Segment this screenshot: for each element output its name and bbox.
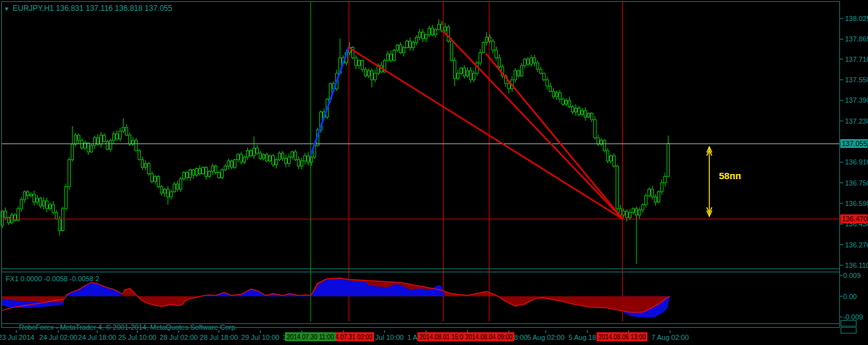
candle <box>106 140 109 150</box>
candle <box>186 171 189 180</box>
candle <box>396 44 399 52</box>
price-label-text: 137.055 <box>842 140 867 147</box>
time-marker-label: 2014.08.01 15:00 <box>419 333 467 341</box>
time-marker-label: 2014.07.30 11:00 <box>287 333 334 341</box>
candle <box>30 192 33 198</box>
trend-line[interactable] <box>486 54 623 219</box>
candle <box>100 132 103 147</box>
candle <box>138 149 141 161</box>
candle <box>581 108 584 116</box>
candle <box>221 168 224 179</box>
pips-annotation-label: 58пп <box>719 170 741 181</box>
price-tick-label: 137.710 <box>845 55 868 63</box>
axis-corner-box <box>841 328 857 334</box>
candle <box>27 190 29 200</box>
candle <box>467 68 469 78</box>
candle <box>132 136 134 146</box>
candle <box>282 151 284 161</box>
candle <box>365 67 367 77</box>
candle <box>568 96 571 108</box>
candle <box>626 209 628 221</box>
candle <box>126 124 128 136</box>
candle <box>645 193 647 208</box>
candle <box>470 67 472 83</box>
candle <box>498 54 501 69</box>
candle <box>269 155 271 163</box>
candle <box>667 136 670 177</box>
candle <box>154 175 157 185</box>
trend-line[interactable] <box>349 48 623 219</box>
candle <box>234 159 236 169</box>
candle <box>562 98 565 106</box>
candle <box>78 134 80 143</box>
candle <box>250 149 252 157</box>
candle <box>240 152 243 165</box>
candle <box>556 91 558 100</box>
chart-title-ohlc: EURJPY,H1 136.831 137.116 136.818 137.05… <box>13 4 173 13</box>
candle <box>40 197 42 209</box>
price-tick-label: 137.865 <box>845 35 868 43</box>
chart-canvas[interactable]: 138.025137.865137.710137.550137.390137.2… <box>0 0 868 345</box>
candle <box>164 188 166 197</box>
candle <box>495 47 498 61</box>
candle <box>597 135 600 146</box>
candle <box>658 190 660 203</box>
indicator-tick-label: 0.00 <box>843 293 857 300</box>
candle <box>655 195 657 206</box>
candle <box>170 189 173 200</box>
candle <box>205 166 208 180</box>
candle <box>103 133 106 142</box>
candle <box>588 112 590 118</box>
candle <box>664 173 667 187</box>
candle <box>578 106 581 117</box>
candle <box>613 153 616 168</box>
candle <box>463 65 466 78</box>
axis-corner-box <box>841 321 857 327</box>
candle <box>642 203 644 213</box>
indicator-panel[interactable] <box>2 278 670 317</box>
time-tick-label: 5 Aug 02:00 <box>527 334 565 341</box>
candle <box>8 217 10 225</box>
chart-objects-layer[interactable] <box>2 2 839 321</box>
candle <box>409 38 412 51</box>
candle <box>304 152 307 165</box>
candle <box>65 184 68 211</box>
candle <box>371 68 373 87</box>
candle <box>259 151 262 160</box>
candle <box>272 154 275 166</box>
candle <box>352 46 354 59</box>
candle <box>49 203 52 211</box>
time-tick-label: 29 Jul 10:00 <box>242 334 280 341</box>
time-tick-label: 24 Jul 02:00 <box>40 334 78 341</box>
candle <box>428 26 431 37</box>
candle <box>425 34 428 42</box>
candle <box>393 49 396 61</box>
candle <box>52 201 55 214</box>
candle <box>600 138 603 146</box>
time-tick-label: 24 Jul 18:00 <box>78 334 117 341</box>
trend-line[interactable] <box>311 48 349 155</box>
price-tick-label: 136.910 <box>845 158 868 166</box>
candle <box>572 105 574 115</box>
price-chart-panel[interactable] <box>1 19 670 264</box>
candle <box>148 162 150 176</box>
candle <box>189 168 192 181</box>
candle <box>387 51 389 61</box>
candle <box>607 148 609 163</box>
candle <box>651 186 654 200</box>
measure-arrow[interactable] <box>707 147 712 216</box>
candle <box>632 207 635 215</box>
candle <box>97 134 99 146</box>
candle <box>24 191 26 203</box>
candle <box>215 165 217 175</box>
indicator-label: FX1 0.0000 -0.0058 -0.0058 2 <box>6 275 99 283</box>
candle <box>110 139 112 152</box>
candle <box>291 150 294 159</box>
symbol-dropdown-icon[interactable]: ▼ <box>4 6 10 12</box>
candle <box>403 46 405 57</box>
candle <box>492 39 495 54</box>
candle <box>438 19 440 31</box>
candle <box>565 98 568 106</box>
candle <box>355 55 358 69</box>
candle <box>75 133 77 147</box>
